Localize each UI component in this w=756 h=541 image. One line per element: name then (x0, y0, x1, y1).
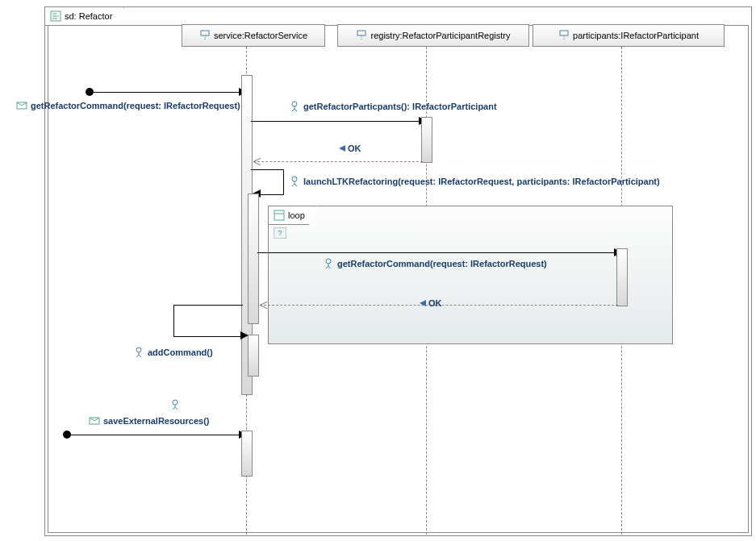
operation-icon (169, 399, 181, 410)
loop-tab: loop (268, 206, 317, 225)
message-icon (89, 415, 100, 427)
guard-icon: ? (278, 229, 282, 237)
frame-tab: sd: Refactor (44, 6, 124, 26)
msg-text: addCommand() (148, 347, 213, 357)
loop-fragment: loop ? (268, 206, 673, 344)
msg-text: OK (348, 144, 361, 153)
self-return-launchLTK (173, 305, 243, 337)
arrowhead-open (260, 305, 268, 306)
arrow-getRefactorParticipants (251, 121, 420, 122)
msg-text: getRefactorCommand(request: IRefactorReq… (31, 101, 240, 110)
msg-text: OK (428, 298, 442, 308)
msg-text: saveExternalResources() (103, 416, 209, 426)
svg-point-12 (136, 347, 141, 352)
msg-launchLTK: launchLTKRefactoring(request: IRefactorR… (289, 176, 660, 187)
lifeline-icon (558, 30, 570, 41)
arrow-getRefactorCommand (94, 92, 240, 93)
svg-point-14 (173, 400, 178, 405)
lifeline-service[interactable]: service:RefactorService (182, 24, 325, 47)
svg-point-9 (292, 177, 297, 181)
interaction-icon (50, 10, 61, 22)
activation-service-inner (248, 194, 259, 324)
message-icon (16, 100, 27, 111)
frame-title: sd: Refactor (65, 11, 112, 21)
lifeline-registry[interactable]: registry:RefactorParticipantRegistry (337, 24, 529, 47)
arrow-getRefactorCommand2 (257, 252, 616, 253)
operation-icon (323, 258, 334, 269)
msg-addCommand: addCommand() (133, 347, 213, 358)
activation-registry (421, 117, 432, 163)
return-arrow-icon (420, 300, 426, 306)
operation-icon (133, 347, 144, 358)
activation-participants (616, 248, 628, 306)
arrow-saveExternalResources (71, 435, 240, 435)
operation-icon (289, 176, 300, 187)
svg-rect-3 (357, 31, 365, 35)
arrowhead-open (253, 161, 261, 162)
lifeline-icon (356, 30, 367, 41)
svg-point-8 (292, 102, 297, 106)
return-arrow-icon (339, 145, 345, 152)
found-message-origin-2 (63, 431, 71, 439)
lifeline-label: participants:IRefactorParticipant (573, 31, 699, 40)
lifeline-label: service:RefactorService (214, 31, 307, 40)
return-ok1 (253, 161, 423, 162)
msg-saveExternalResources: saveExternalResources() (89, 415, 209, 427)
svg-rect-1 (201, 31, 209, 35)
activation-service-save (241, 431, 253, 476)
msg-ok2: OK (420, 298, 442, 308)
msg-text: launchLTKRefactoring(request: IRefactorR… (303, 177, 660, 186)
loop-label: loop (288, 210, 305, 220)
msg-ok1: OK (339, 144, 361, 153)
activation-addCommand (248, 335, 259, 377)
operation-marker (169, 399, 181, 412)
svg-rect-5 (560, 31, 568, 35)
msg-text: getRefactorParticpants(): IRefactorParti… (303, 102, 497, 111)
fragment-icon (274, 210, 285, 221)
found-message-origin (86, 88, 94, 96)
svg-point-11 (326, 259, 331, 264)
loop-guard: ? (274, 227, 286, 239)
msg-getRefactorParticipants: getRefactorParticpants(): IRefactorParti… (289, 101, 497, 112)
operation-icon (289, 101, 300, 112)
msg-text: getRefactorCommand(request: IRefactorReq… (337, 259, 547, 268)
msg-getRefactorCommand2: getRefactorCommand(request: IRefactorReq… (323, 258, 547, 269)
msg-getRefactorCommand: getRefactorCommand(request: IRefactorReq… (16, 100, 240, 111)
svg-rect-10 (274, 210, 284, 220)
lifeline-participants[interactable]: participants:IRefactorParticipant (533, 24, 725, 47)
lifeline-label: registry:RefactorParticipantRegistry (370, 31, 510, 40)
lifeline-icon (199, 30, 211, 41)
